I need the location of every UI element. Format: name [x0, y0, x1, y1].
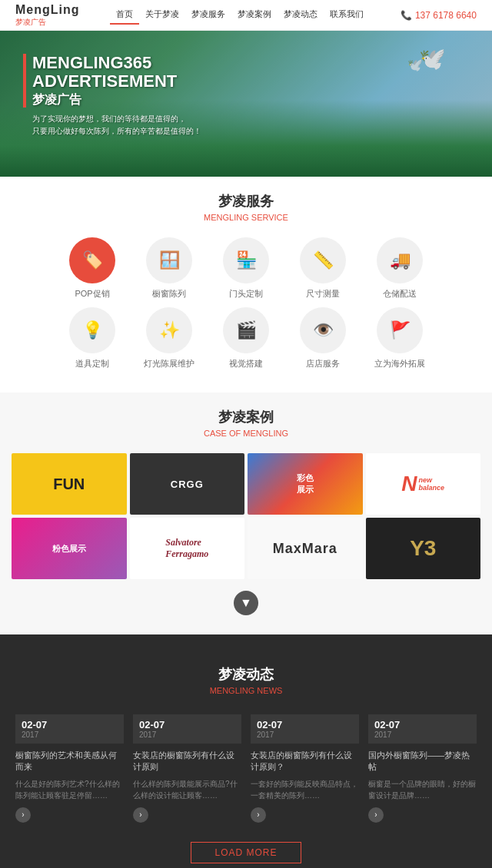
case-nb-label: N new balance — [366, 453, 481, 515]
service-item-store[interactable]: 👁️ 店店服务 — [288, 307, 357, 369]
case-item-ferragamo[interactable]: SalvatoreFerragamo — [130, 518, 245, 579]
service-label-window: 橱窗陈列 — [152, 288, 186, 300]
news-more-link-3[interactable]: › — [368, 807, 384, 823]
service-icon-delivery: 🚚 — [377, 237, 423, 283]
header: MengLing 梦凌广告 首页 关于梦凌 梦凌服务 梦凌案例 梦凌动态 联系我… — [0, 0, 492, 31]
news-title-zh: 梦凌动态 — [0, 665, 492, 684]
load-more-button[interactable]: LOAD MORE — [191, 842, 301, 863]
service-label-door: 门头定制 — [229, 288, 263, 300]
case-y3-label: Y3 — [366, 518, 481, 579]
case-item-pink[interactable]: 粉色展示 — [12, 518, 127, 579]
news-more-link-0[interactable]: › — [15, 807, 31, 823]
service-icon-door: 🏪 — [223, 237, 269, 283]
header-phone: 📞 137 6178 6640 — [401, 10, 477, 21]
news-item-0: 02-07 2017 橱窗陈列的艺术和美感从何而来 什么是好的陈列艺术?什么样的… — [15, 714, 124, 823]
bird-small-icon: 🕊️ — [407, 58, 423, 72]
service-icon-prop: 💡 — [69, 307, 115, 353]
logo: MengLing 梦凌广告 — [15, 3, 80, 28]
nav-item-news[interactable]: 梦凌动态 — [278, 5, 324, 25]
news-item-2: 02-07 2017 女装店的橱窗陈列有什么设计原则？ 一套好的陈列能反映商品特… — [251, 714, 359, 823]
nav-item-about[interactable]: 关于梦凌 — [139, 5, 185, 25]
service-item-door[interactable]: 🏪 门头定制 — [211, 237, 281, 300]
service-icon-expand: 🚩 — [377, 307, 423, 353]
nav: 首页 关于梦凌 梦凌服务 梦凌案例 梦凌动态 联系我们 — [110, 5, 370, 25]
service-item-window[interactable]: 🪟 橱窗陈列 — [135, 237, 204, 300]
cases-more-button[interactable]: ▼ — [234, 591, 258, 615]
case-item-y3[interactable]: Y3 — [366, 518, 481, 579]
services-title-en: MENGLING SERVICE — [0, 213, 492, 222]
news-item-1: 02-07 2017 女装店的橱窗陈列有什么设计原则 什么样的陈列最能展示商品?… — [133, 714, 241, 823]
service-icon-pop: 🏷️ — [69, 237, 115, 283]
service-item-pop[interactable]: 🏷️ POP促销 — [58, 237, 127, 300]
services-section: 梦凌服务 MENGLING SERVICE 🏷️ POP促销 🪟 橱窗陈列 🏪 … — [0, 177, 492, 393]
news-more-link-2[interactable]: › — [251, 807, 266, 823]
news-date-0: 02-07 2017 — [15, 714, 124, 744]
service-icon-store: 👁️ — [300, 307, 346, 353]
cases-title-wrap: 梦凌案例 CASE OF MENGLING — [0, 393, 492, 446]
service-item-visual[interactable]: 🎬 视觉搭建 — [211, 307, 281, 369]
service-icon-window: 🪟 — [146, 237, 192, 283]
case-pink-label: 粉色展示 — [12, 518, 127, 579]
service-item-expand[interactable]: 🚩 立为海外拓展 — [365, 307, 434, 369]
service-label-pop: POP促销 — [75, 288, 109, 300]
cases-title-zh: 梦凌案例 — [0, 408, 492, 426]
case-crgg-label: CRGG — [130, 453, 245, 515]
service-label-visual: 视觉搭建 — [229, 358, 263, 369]
service-label-prop: 道具定制 — [75, 358, 109, 369]
cases-more-wrap: ▼ — [0, 591, 492, 615]
load-more-wrap: LOAD MORE — [0, 842, 492, 863]
cases-title-en: CASE OF MENGLING — [0, 429, 492, 438]
news-grid: 02-07 2017 橱窗陈列的艺术和美感从何而来 什么是好的陈列艺术?什么样的… — [0, 703, 492, 834]
service-item-measure[interactable]: 📏 尺寸测量 — [288, 237, 357, 300]
news-section: 梦凌动态 MENGLING NEWS 02-07 2017 橱窗陈列的艺术和美感… — [0, 634, 492, 868]
service-label-light: 灯光陈展维护 — [144, 358, 194, 369]
news-date-3: 02-07 2017 — [368, 714, 477, 744]
service-label-delivery: 仓储配送 — [383, 288, 417, 300]
service-icon-measure: 📏 — [300, 237, 346, 283]
case-item-colorful[interactable]: 彩色展示 — [248, 453, 363, 515]
hero-title-en2: ADVERTISEMENT — [32, 72, 201, 91]
service-label-measure: 尺寸测量 — [306, 288, 340, 300]
nav-item-contact[interactable]: 联系我们 — [324, 5, 370, 25]
cases-grid: FUN CRGG 彩色展示 N new balance 粉色展示 Salvato… — [0, 453, 492, 579]
news-title-en: MENGLING NEWS — [0, 686, 492, 695]
news-more-link-1[interactable]: › — [133, 807, 148, 823]
hero-subtitle: 为了实现你的梦想，我们的等待都是值得的， 只要用心做好每次陈列，所有的辛苦都是值… — [32, 113, 201, 137]
cases-section: 梦凌案例 CASE OF MENGLING FUN CRGG 彩色展示 N ne… — [0, 393, 492, 634]
service-item-delivery[interactable]: 🚚 仓储配送 — [365, 237, 434, 300]
services-title-wrap: 梦凌服务 MENGLING SERVICE — [0, 177, 492, 230]
hero-title-zh: 梦凌广告 — [32, 92, 201, 108]
news-date-1: 02-07 2017 — [133, 714, 241, 744]
service-label-store: 店店服务 — [306, 358, 340, 369]
service-label-expand: 立为海外拓展 — [374, 358, 425, 369]
case-item-crgg[interactable]: CRGG — [130, 453, 245, 515]
service-item-prop[interactable]: 💡 道具定制 — [58, 307, 127, 369]
nav-item-cases[interactable]: 梦凌案例 — [231, 5, 278, 25]
nav-item-services[interactable]: 梦凌服务 — [185, 5, 231, 25]
service-icon-light: ✨ — [146, 307, 192, 353]
case-item-maxmara[interactable]: MaxMara — [248, 518, 363, 579]
news-title-wrap: 梦凌动态 MENGLING NEWS — [0, 650, 492, 703]
logo-en: MengLing — [15, 3, 80, 17]
service-icon-visual: 🎬 — [223, 307, 269, 353]
bird-icon: 🕊️ — [419, 46, 446, 71]
hero-text: MENGLING365 ADVERTISEMENT 梦凌广告 为了实现你的梦想，… — [23, 54, 201, 137]
hero-title-en1: MENGLING365 — [32, 54, 201, 72]
case-colorful-label: 彩色展示 — [248, 453, 363, 515]
case-fun-label: FUN — [12, 453, 127, 515]
hero-red-bar — [23, 54, 26, 108]
service-item-light[interactable]: ✨ 灯光陈展维护 — [135, 307, 204, 369]
hero-banner: MENGLING365 ADVERTISEMENT 梦凌广告 为了实现你的梦想，… — [0, 31, 492, 177]
case-item-fun[interactable]: FUN — [12, 453, 127, 515]
phone-icon: 📞 — [401, 10, 412, 21]
case-item-nb[interactable]: N new balance — [366, 453, 481, 515]
news-date-2: 02-07 2017 — [251, 714, 359, 744]
case-ferragamo-label: SalvatoreFerragamo — [130, 518, 245, 579]
news-item-3: 02-07 2017 国内外橱窗陈列——梦凌热帖 橱窗是一个品牌的眼睛，好的橱窗… — [368, 714, 477, 823]
services-grid: 🏷️ POP促销 🪟 橱窗陈列 🏪 门头定制 📏 尺寸测量 🚚 仓储配送 💡 道… — [0, 230, 492, 377]
case-maxmara-label: MaxMara — [248, 518, 363, 579]
logo-zh: 梦凌广告 — [15, 17, 46, 28]
services-title-zh: 梦凌服务 — [0, 192, 492, 210]
nav-item-home[interactable]: 首页 — [110, 5, 139, 25]
